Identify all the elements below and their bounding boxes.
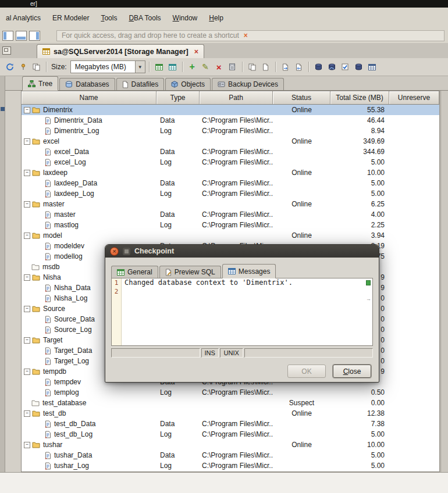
table-row[interactable]: −Dimentrix Online 55.38 (22, 105, 439, 115)
refresh-icon[interactable] (3, 62, 16, 73)
type-cell (157, 136, 200, 147)
column-header[interactable]: Path (200, 91, 273, 104)
tab-databases[interactable]: Databases (59, 78, 115, 90)
tab-messages[interactable]: Messages (222, 264, 276, 278)
dialog-titlebar[interactable]: × Checkpoint (105, 245, 379, 258)
backup-database-icon[interactable] (312, 62, 325, 73)
tree-expander-icon[interactable]: − (24, 410, 30, 417)
edit-icon[interactable]: ✎ (200, 62, 212, 73)
tab-backup-devices[interactable]: Backup Devices (212, 78, 284, 90)
table-row[interactable]: −test_db Online 12.38 (22, 408, 439, 419)
shortcut-drop-area[interactable]: For quick access, drag and drop here to … (56, 30, 445, 41)
copy-rows-icon[interactable] (246, 62, 258, 73)
table-row[interactable]: laxdeep_Log Log C:\Program Files\Micr...… (22, 188, 439, 199)
messages-editor[interactable]: 1 2 Changed database context to 'Dimentr… (111, 278, 373, 346)
table-row[interactable]: tushar_Data Data C:\Program Files\Micr..… (22, 450, 439, 460)
table-add-icon[interactable] (166, 62, 179, 73)
tree-expander-icon[interactable]: − (24, 201, 30, 208)
menu-item-analytics[interactable]: al Analytics (0, 12, 47, 24)
tree-expander-icon[interactable]: − (24, 306, 30, 312)
dropdown-arrow-icon[interactable]: ▼ (135, 61, 145, 73)
tree-expander-icon[interactable]: − (24, 233, 30, 239)
restore-panel-icon[interactable] (2, 47, 11, 55)
table-row[interactable]: −model Online 3.94 (22, 230, 439, 241)
unreserved-cell (389, 105, 439, 115)
status-cell (273, 147, 330, 157)
tab-datafiles[interactable]: Datafiles (116, 78, 165, 90)
shrink-database-icon[interactable] (353, 62, 365, 73)
grid-options-icon[interactable] (366, 62, 378, 73)
status-cell (273, 450, 330, 460)
toolbar-separator (242, 62, 243, 72)
collapsed-panel-icon[interactable] (1, 107, 5, 111)
paste-icon[interactable] (259, 62, 272, 73)
name-cell: test_database (22, 398, 157, 408)
column-header[interactable]: Status (273, 91, 330, 104)
size-unit-select[interactable]: Megabytes (MB) ▼ (70, 60, 145, 73)
import-icon[interactable] (293, 62, 305, 73)
unreserved-cell (389, 345, 439, 356)
tab-preview-sql[interactable]: Preview SQL (159, 266, 221, 278)
table-row[interactable]: tushar_Log Log C:\Program Files\Micr... … (22, 460, 439, 471)
restore-database-icon[interactable] (326, 62, 338, 73)
tree-expander-icon[interactable]: − (24, 138, 30, 145)
tree-expander-icon[interactable]: − (24, 107, 30, 113)
menu-item-help[interactable]: Help (203, 12, 229, 24)
table-row[interactable]: laxdeep_Data Data C:\Program Files\Micr.… (22, 178, 439, 188)
tab-close-icon[interactable]: × (194, 48, 198, 56)
status-cell: Online (273, 136, 330, 147)
tree-expander-icon[interactable]: − (24, 442, 30, 448)
table-row[interactable]: −master Online 6.25 (22, 199, 439, 209)
menu-item-tools[interactable]: Tools (95, 12, 123, 24)
toggle-bottom-panel-icon[interactable] (16, 31, 27, 41)
path-cell: C:\Program Files\Micr... (200, 220, 273, 230)
table-row[interactable]: test_db_Log Log C:\Program Files\Micr...… (22, 429, 439, 440)
toggle-left-panel-icon[interactable] (2, 31, 13, 41)
table-row[interactable]: Dimentrix_Data Data C:\Program Files\Mic… (22, 115, 439, 126)
menu-item-er-modeler[interactable]: ER Modeler (47, 12, 95, 24)
tree-expander-icon[interactable]: − (24, 369, 30, 375)
ok-button[interactable]: OK (287, 365, 326, 378)
table-row[interactable]: master Data C:\Program Files\Micr... 4.0… (22, 209, 439, 220)
tab-storage-manager[interactable]: sa@SQLServer2014 [Storage Manager] × (37, 44, 204, 58)
pin-icon[interactable] (17, 62, 29, 73)
tree-expander-icon[interactable]: − (24, 274, 30, 281)
menu-item-dba-tools[interactable]: DBA Tools (123, 12, 166, 24)
add-datafile-icon[interactable]: + (186, 62, 198, 73)
export-icon[interactable] (279, 62, 291, 73)
table-row[interactable]: test_database Suspect 0.00 (22, 398, 439, 408)
table-row[interactable]: excel_Log Log C:\Program Files\Micr... 5… (22, 157, 439, 167)
table-row[interactable]: test_db_Data Data C:\Program Files\Micr.… (22, 419, 439, 429)
table-row[interactable]: −laxdeep Online 10.00 (22, 167, 439, 178)
table-row[interactable]: Dimentrix_Log Log C:\Program Files\Micr.… (22, 126, 439, 136)
tab-objects[interactable]: Objects (165, 78, 211, 90)
table-row[interactable]: mastlog Log C:\Program Files\Micr... 2.2… (22, 220, 439, 230)
table-row[interactable]: −excel Online 349.69 (22, 136, 439, 147)
column-header[interactable]: Total Size (MB) (330, 91, 389, 104)
table-row[interactable]: −tushar Online 10.00 (22, 440, 439, 450)
dismiss-hint-icon[interactable]: × (244, 31, 248, 40)
table-view-icon[interactable] (153, 62, 165, 73)
table-row[interactable]: templog Log C:\Program Files\Micr... 0.5… (22, 387, 439, 398)
menu-item-window[interactable]: Window (167, 12, 204, 24)
datafile-icon (45, 462, 51, 470)
delete-icon[interactable]: × (213, 62, 225, 73)
size-cell: 3.94 (330, 230, 389, 241)
tab-general[interactable]: General (111, 266, 158, 278)
toggle-right-panel-icon[interactable] (29, 31, 40, 41)
table-row[interactable]: excel_Data Data C:\Program Files\Micr...… (22, 147, 439, 157)
column-header[interactable]: Type (157, 91, 200, 104)
close-button[interactable]: Close (333, 365, 371, 378)
message-line: Changed database context to 'Dimentrix'. (125, 278, 293, 287)
checkpoint-icon[interactable] (339, 62, 351, 73)
dialog-close-icon[interactable]: × (110, 247, 119, 256)
column-header[interactable]: Unreserve (389, 91, 439, 104)
calculator-icon[interactable] (226, 62, 239, 73)
tree-expander-icon[interactable]: − (24, 170, 30, 176)
column-header[interactable]: Name (22, 91, 157, 104)
datafile-icon (45, 242, 51, 250)
tab-tree[interactable]: Tree (22, 76, 58, 91)
vertical-scrollbar[interactable] (440, 91, 448, 472)
tree-expander-icon[interactable]: − (24, 337, 30, 344)
copy-icon[interactable] (30, 62, 42, 73)
